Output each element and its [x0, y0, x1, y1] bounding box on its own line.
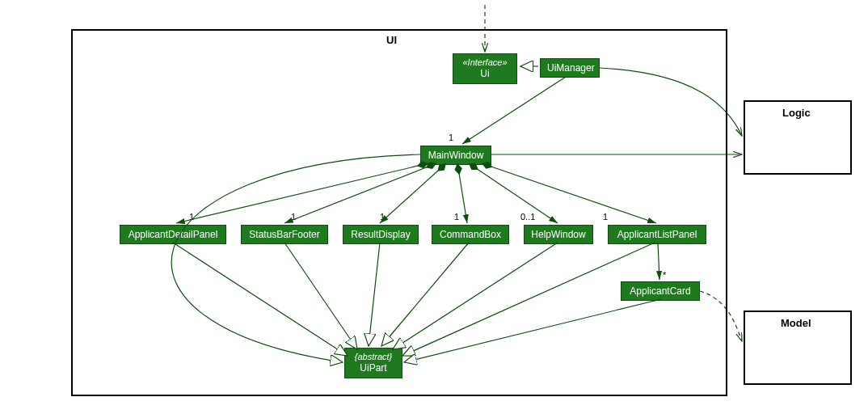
- node-applicant-list-panel: ApplicantListPanel: [608, 225, 706, 244]
- node-interface-ui-name: Ui: [460, 68, 510, 79]
- mult-applicant-list-panel: 1: [603, 212, 608, 222]
- node-result-display-name: ResultDisplay: [351, 229, 410, 240]
- node-result-display: ResultDisplay: [343, 225, 419, 244]
- mult-result-display: 1: [380, 212, 385, 222]
- node-main-window-name: MainWindow: [428, 150, 484, 161]
- package-logic-label: Logic: [782, 107, 811, 119]
- stereotype-abstract: {abstract}: [352, 352, 395, 362]
- mult-status-bar-footer: 1: [291, 212, 296, 222]
- package-ui-label: UI: [386, 34, 397, 46]
- mult-main-window: 1: [449, 133, 453, 142]
- node-status-bar-footer-name: StatusBarFooter: [249, 229, 319, 240]
- node-ui-part: {abstract} UiPart: [344, 348, 402, 378]
- mult-command-box: 1: [454, 212, 459, 222]
- package-ui-box: [71, 29, 727, 396]
- node-help-window: HelpWindow: [524, 225, 593, 244]
- mult-applicant-detail-panel: 1: [189, 212, 194, 222]
- mult-help-window: 0..1: [520, 212, 535, 222]
- node-applicant-detail-panel: ApplicantDetailPanel: [120, 225, 226, 244]
- node-applicant-card-name: ApplicantCard: [630, 285, 690, 297]
- node-ui-manager: UiManager: [540, 58, 600, 78]
- node-status-bar-footer: StatusBarFooter: [241, 225, 328, 244]
- node-command-box-name: CommandBox: [440, 229, 501, 240]
- node-main-window: MainWindow: [420, 146, 491, 165]
- node-ui-part-name: UiPart: [352, 362, 395, 374]
- package-model-label: Model: [781, 317, 811, 329]
- node-applicant-list-panel-name: ApplicantListPanel: [617, 229, 697, 240]
- node-help-window-name: HelpWindow: [531, 229, 585, 240]
- node-command-box: CommandBox: [432, 225, 509, 244]
- node-applicant-detail-panel-name: ApplicantDetailPanel: [129, 229, 218, 240]
- node-interface-ui: «Interface» Ui: [453, 53, 517, 84]
- diagram-canvas: UI Logic Model «Interface» Ui UiManager …: [0, 0, 868, 414]
- stereotype-interface: «Interface»: [460, 57, 510, 68]
- node-ui-manager-name: UiManager: [547, 62, 595, 74]
- node-applicant-card: ApplicantCard: [621, 281, 700, 301]
- mult-applicant-card: *: [663, 270, 666, 280]
